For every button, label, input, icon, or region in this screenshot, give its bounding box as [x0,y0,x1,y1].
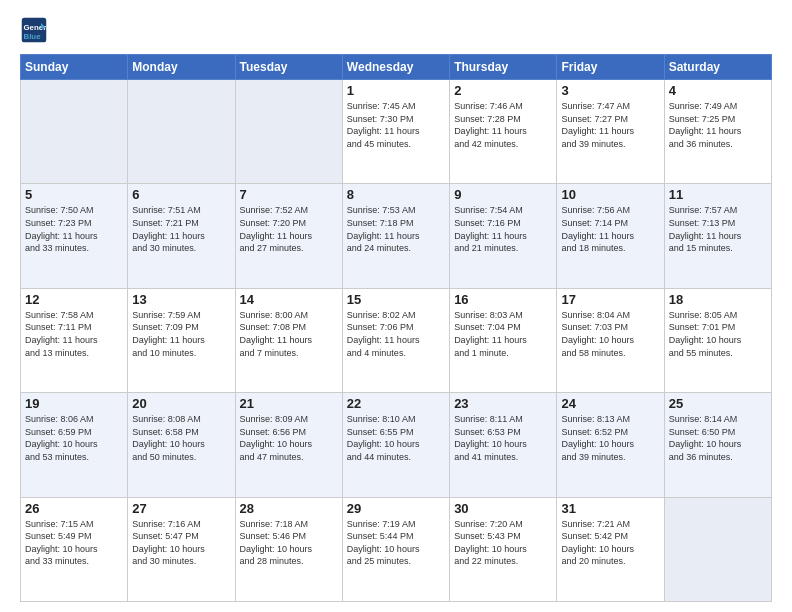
day-info: Sunrise: 8:06 AM Sunset: 6:59 PM Dayligh… [25,413,123,463]
day-cell: 17Sunrise: 8:04 AM Sunset: 7:03 PM Dayli… [557,288,664,392]
day-info: Sunrise: 7:47 AM Sunset: 7:27 PM Dayligh… [561,100,659,150]
day-info: Sunrise: 8:04 AM Sunset: 7:03 PM Dayligh… [561,309,659,359]
day-info: Sunrise: 7:52 AM Sunset: 7:20 PM Dayligh… [240,204,338,254]
day-info: Sunrise: 7:19 AM Sunset: 5:44 PM Dayligh… [347,518,445,568]
day-cell: 23Sunrise: 8:11 AM Sunset: 6:53 PM Dayli… [450,393,557,497]
day-cell: 24Sunrise: 8:13 AM Sunset: 6:52 PM Dayli… [557,393,664,497]
svg-text:Blue: Blue [24,32,42,41]
day-number: 21 [240,396,338,411]
day-cell: 10Sunrise: 7:56 AM Sunset: 7:14 PM Dayli… [557,184,664,288]
day-number: 18 [669,292,767,307]
day-info: Sunrise: 7:50 AM Sunset: 7:23 PM Dayligh… [25,204,123,254]
day-cell: 2Sunrise: 7:46 AM Sunset: 7:28 PM Daylig… [450,80,557,184]
day-number: 27 [132,501,230,516]
day-number: 24 [561,396,659,411]
day-info: Sunrise: 8:09 AM Sunset: 6:56 PM Dayligh… [240,413,338,463]
logo: General Blue [20,16,52,44]
day-info: Sunrise: 8:03 AM Sunset: 7:04 PM Dayligh… [454,309,552,359]
week-row-5: 26Sunrise: 7:15 AM Sunset: 5:49 PM Dayli… [21,497,772,601]
logo-icon: General Blue [20,16,48,44]
day-info: Sunrise: 7:16 AM Sunset: 5:47 PM Dayligh… [132,518,230,568]
day-header-friday: Friday [557,55,664,80]
day-cell: 13Sunrise: 7:59 AM Sunset: 7:09 PM Dayli… [128,288,235,392]
day-headers-row: SundayMondayTuesdayWednesdayThursdayFrid… [21,55,772,80]
day-number: 26 [25,501,123,516]
day-cell: 14Sunrise: 8:00 AM Sunset: 7:08 PM Dayli… [235,288,342,392]
week-row-1: 1Sunrise: 7:45 AM Sunset: 7:30 PM Daylig… [21,80,772,184]
day-number: 17 [561,292,659,307]
day-number: 29 [347,501,445,516]
day-cell: 3Sunrise: 7:47 AM Sunset: 7:27 PM Daylig… [557,80,664,184]
day-header-monday: Monday [128,55,235,80]
day-cell: 5Sunrise: 7:50 AM Sunset: 7:23 PM Daylig… [21,184,128,288]
day-info: Sunrise: 7:59 AM Sunset: 7:09 PM Dayligh… [132,309,230,359]
day-number: 12 [25,292,123,307]
day-info: Sunrise: 7:15 AM Sunset: 5:49 PM Dayligh… [25,518,123,568]
calendar-body: 1Sunrise: 7:45 AM Sunset: 7:30 PM Daylig… [21,80,772,602]
day-cell: 16Sunrise: 8:03 AM Sunset: 7:04 PM Dayli… [450,288,557,392]
day-number: 11 [669,187,767,202]
week-row-3: 12Sunrise: 7:58 AM Sunset: 7:11 PM Dayli… [21,288,772,392]
day-info: Sunrise: 7:57 AM Sunset: 7:13 PM Dayligh… [669,204,767,254]
day-cell: 12Sunrise: 7:58 AM Sunset: 7:11 PM Dayli… [21,288,128,392]
day-cell [21,80,128,184]
week-row-2: 5Sunrise: 7:50 AM Sunset: 7:23 PM Daylig… [21,184,772,288]
day-number: 5 [25,187,123,202]
day-info: Sunrise: 8:10 AM Sunset: 6:55 PM Dayligh… [347,413,445,463]
day-info: Sunrise: 7:54 AM Sunset: 7:16 PM Dayligh… [454,204,552,254]
calendar-table: SundayMondayTuesdayWednesdayThursdayFrid… [20,54,772,602]
day-header-wednesday: Wednesday [342,55,449,80]
day-info: Sunrise: 7:49 AM Sunset: 7:25 PM Dayligh… [669,100,767,150]
day-info: Sunrise: 8:00 AM Sunset: 7:08 PM Dayligh… [240,309,338,359]
day-number: 13 [132,292,230,307]
day-number: 8 [347,187,445,202]
day-header-sunday: Sunday [21,55,128,80]
day-cell: 21Sunrise: 8:09 AM Sunset: 6:56 PM Dayli… [235,393,342,497]
day-number: 19 [25,396,123,411]
day-cell [128,80,235,184]
day-info: Sunrise: 8:05 AM Sunset: 7:01 PM Dayligh… [669,309,767,359]
day-cell: 4Sunrise: 7:49 AM Sunset: 7:25 PM Daylig… [664,80,771,184]
day-number: 14 [240,292,338,307]
day-header-thursday: Thursday [450,55,557,80]
day-cell: 9Sunrise: 7:54 AM Sunset: 7:16 PM Daylig… [450,184,557,288]
day-cell: 31Sunrise: 7:21 AM Sunset: 5:42 PM Dayli… [557,497,664,601]
calendar-header: SundayMondayTuesdayWednesdayThursdayFrid… [21,55,772,80]
day-info: Sunrise: 7:45 AM Sunset: 7:30 PM Dayligh… [347,100,445,150]
day-number: 30 [454,501,552,516]
day-cell: 11Sunrise: 7:57 AM Sunset: 7:13 PM Dayli… [664,184,771,288]
day-number: 10 [561,187,659,202]
day-info: Sunrise: 8:13 AM Sunset: 6:52 PM Dayligh… [561,413,659,463]
day-info: Sunrise: 8:11 AM Sunset: 6:53 PM Dayligh… [454,413,552,463]
day-info: Sunrise: 8:08 AM Sunset: 6:58 PM Dayligh… [132,413,230,463]
day-cell: 20Sunrise: 8:08 AM Sunset: 6:58 PM Dayli… [128,393,235,497]
day-cell: 8Sunrise: 7:53 AM Sunset: 7:18 PM Daylig… [342,184,449,288]
day-cell: 6Sunrise: 7:51 AM Sunset: 7:21 PM Daylig… [128,184,235,288]
day-number: 16 [454,292,552,307]
day-number: 23 [454,396,552,411]
day-number: 1 [347,83,445,98]
day-cell: 27Sunrise: 7:16 AM Sunset: 5:47 PM Dayli… [128,497,235,601]
day-info: Sunrise: 7:46 AM Sunset: 7:28 PM Dayligh… [454,100,552,150]
day-number: 2 [454,83,552,98]
day-cell: 26Sunrise: 7:15 AM Sunset: 5:49 PM Dayli… [21,497,128,601]
day-number: 20 [132,396,230,411]
day-number: 4 [669,83,767,98]
page: General Blue SundayMondayTuesdayWednesda… [0,0,792,612]
week-row-4: 19Sunrise: 8:06 AM Sunset: 6:59 PM Dayli… [21,393,772,497]
day-info: Sunrise: 7:20 AM Sunset: 5:43 PM Dayligh… [454,518,552,568]
day-info: Sunrise: 7:21 AM Sunset: 5:42 PM Dayligh… [561,518,659,568]
day-cell: 29Sunrise: 7:19 AM Sunset: 5:44 PM Dayli… [342,497,449,601]
day-cell: 1Sunrise: 7:45 AM Sunset: 7:30 PM Daylig… [342,80,449,184]
day-cell: 19Sunrise: 8:06 AM Sunset: 6:59 PM Dayli… [21,393,128,497]
day-info: Sunrise: 7:53 AM Sunset: 7:18 PM Dayligh… [347,204,445,254]
day-info: Sunrise: 7:18 AM Sunset: 5:46 PM Dayligh… [240,518,338,568]
day-info: Sunrise: 7:56 AM Sunset: 7:14 PM Dayligh… [561,204,659,254]
day-cell [664,497,771,601]
day-number: 22 [347,396,445,411]
day-info: Sunrise: 8:02 AM Sunset: 7:06 PM Dayligh… [347,309,445,359]
day-cell [235,80,342,184]
day-number: 3 [561,83,659,98]
day-number: 31 [561,501,659,516]
day-cell: 28Sunrise: 7:18 AM Sunset: 5:46 PM Dayli… [235,497,342,601]
